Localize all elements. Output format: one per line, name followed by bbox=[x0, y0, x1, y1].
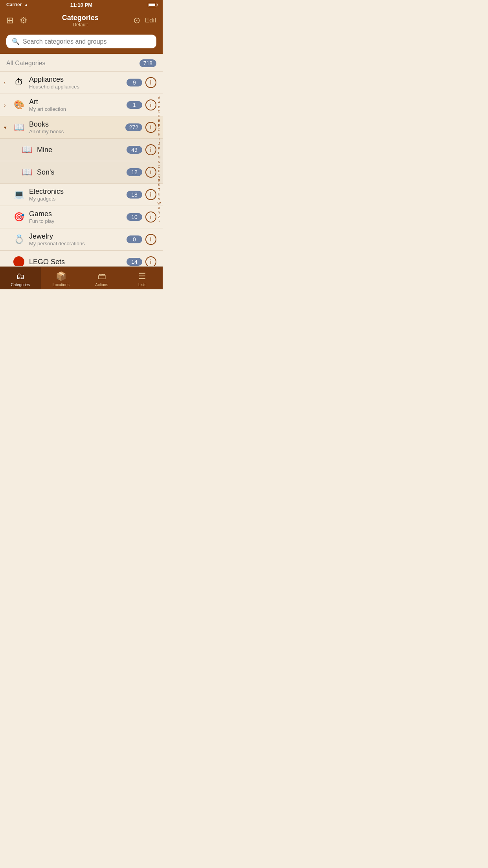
alpha-char-K[interactable]: K bbox=[158, 146, 160, 151]
category-row-jewelry[interactable]: 💍 Jewelry My personal decorations 0 i bbox=[0, 228, 163, 250]
category-icon-books: 📖 bbox=[12, 120, 26, 134]
category-desc-appliances: Household appliances bbox=[29, 84, 123, 90]
tab-bar: 🗂 Categories 📦 Locations 🗃 Actions ☰ Lis… bbox=[0, 267, 163, 289]
alpha-char-N[interactable]: N bbox=[158, 160, 161, 165]
subcategory-icon-sons: 📖 bbox=[20, 165, 34, 179]
search-input[interactable] bbox=[23, 38, 151, 45]
alpha-char-L[interactable]: L bbox=[158, 151, 160, 156]
alpha-char-R[interactable]: R bbox=[158, 178, 161, 183]
alpha-char-T[interactable]: T bbox=[158, 188, 160, 192]
info-button-electronics[interactable]: i bbox=[145, 189, 156, 200]
info-button-sub-sons[interactable]: i bbox=[145, 167, 156, 178]
alpha-char-Y[interactable]: Y bbox=[158, 211, 160, 215]
info-button-games[interactable]: i bbox=[145, 211, 156, 223]
alpha-char-E[interactable]: E bbox=[158, 119, 160, 123]
category-row-electronics[interactable]: 💻 Electronics My gadgets 18 i bbox=[0, 183, 163, 206]
info-button-appliances[interactable]: i bbox=[145, 77, 156, 88]
category-right-games: 10 i bbox=[127, 211, 156, 223]
status-time: 11:10 PM bbox=[70, 2, 92, 8]
alpha-char-I[interactable]: I bbox=[159, 137, 160, 142]
alpha-char-O[interactable]: O bbox=[158, 165, 160, 169]
alpha-char-B[interactable]: B bbox=[158, 105, 160, 110]
subcategory-right-sons: 12 i bbox=[127, 167, 156, 178]
category-row-games[interactable]: 🎯 Games Fun to play 10 i bbox=[0, 206, 163, 228]
carrier-label: Carrier bbox=[6, 2, 22, 7]
more-options-icon[interactable]: ⊙ bbox=[133, 15, 140, 26]
sidebar-toggle-icon[interactable]: ⊞ bbox=[6, 15, 13, 26]
alpha-char-P[interactable]: P bbox=[158, 169, 160, 174]
alpha-char-G[interactable]: G bbox=[158, 128, 160, 132]
category-icon-art: 🎨 bbox=[12, 98, 26, 112]
tab-item-actions[interactable]: 🗃 Actions bbox=[81, 267, 122, 289]
subcategory-count-sons: 12 bbox=[127, 168, 142, 176]
info-button-art[interactable]: i bbox=[145, 99, 156, 110]
chevron-right-icon: › bbox=[4, 102, 12, 108]
category-text-games: Games Fun to play bbox=[29, 210, 123, 224]
info-button-jewelry[interactable]: i bbox=[145, 234, 156, 245]
subcategory-name-sons: Son's bbox=[37, 168, 123, 177]
tab-label-lists: Lists bbox=[138, 283, 147, 287]
category-right-lego: 14 i bbox=[127, 256, 156, 266]
alpha-char-H[interactable]: H bbox=[158, 132, 161, 137]
alpha-char-D[interactable]: D bbox=[158, 114, 161, 119]
info-button-books[interactable]: i bbox=[145, 122, 156, 133]
category-desc-games: Fun to play bbox=[29, 218, 123, 224]
alpha-char-Q[interactable]: Q bbox=[158, 174, 160, 178]
subcategory-count-mine: 49 bbox=[127, 146, 142, 154]
subcategory-row-mine[interactable]: 📖 Mine 49 i bbox=[0, 138, 163, 161]
alphabet-index[interactable]: #ABCDEFGHIJKLMNOPQRSTUVWXYZ* bbox=[156, 54, 163, 266]
category-text-jewelry: Jewelry My personal decorations bbox=[29, 232, 123, 246]
page-title: Categories bbox=[62, 14, 99, 22]
category-row-appliances[interactable]: › ⏱ Appliances Household appliances 9 i bbox=[0, 71, 163, 94]
alpha-char-S[interactable]: S bbox=[158, 183, 160, 188]
tab-item-categories[interactable]: 🗂 Categories bbox=[0, 267, 41, 289]
category-count-lego: 14 bbox=[127, 258, 142, 266]
alpha-char-U[interactable]: U bbox=[158, 192, 161, 197]
edit-button[interactable]: Edit bbox=[145, 17, 156, 24]
category-row-art[interactable]: › 🎨 Art My art collection 1 i bbox=[0, 94, 163, 116]
category-row-lego[interactable]: LEGO Sets 14 i bbox=[0, 250, 163, 266]
alpha-char-*[interactable]: * bbox=[158, 220, 160, 224]
category-row-books[interactable]: ▾ 📖 Books All of my books 272 i bbox=[0, 116, 163, 138]
alpha-char-#[interactable]: # bbox=[158, 96, 160, 100]
tab-label-actions: Actions bbox=[95, 283, 108, 287]
category-right-books: 272 i bbox=[125, 122, 156, 133]
chevron-right-icon: › bbox=[4, 80, 12, 86]
settings-gear-icon[interactable]: ⚙ bbox=[20, 15, 28, 26]
category-text-electronics: Electronics My gadgets bbox=[29, 188, 123, 202]
category-icon-games: 🎯 bbox=[12, 210, 26, 224]
alpha-char-V[interactable]: V bbox=[158, 197, 160, 202]
all-categories-row: All Categories 718 bbox=[0, 54, 163, 71]
status-left: Carrier ▲ bbox=[6, 2, 28, 7]
all-categories-count: 718 bbox=[139, 59, 156, 67]
category-desc-electronics: My gadgets bbox=[29, 196, 123, 202]
alpha-char-C[interactable]: C bbox=[158, 109, 161, 114]
category-desc-art: My art collection bbox=[29, 106, 123, 112]
category-right-art: 1 i bbox=[127, 99, 156, 110]
category-text-books: Books All of my books bbox=[29, 120, 122, 134]
search-container: 🔍 bbox=[0, 31, 163, 54]
category-name-jewelry: Jewelry bbox=[29, 232, 123, 241]
subcategory-text-sons: Son's bbox=[37, 168, 123, 177]
tab-item-locations[interactable]: 📦 Locations bbox=[41, 267, 82, 289]
tab-item-lists[interactable]: ☰ Lists bbox=[122, 267, 163, 289]
info-button-lego[interactable]: i bbox=[145, 256, 156, 266]
alpha-char-W[interactable]: W bbox=[158, 201, 161, 206]
category-count-appliances: 9 bbox=[127, 79, 142, 86]
nav-left-icons: ⊞ ⚙ bbox=[6, 15, 28, 26]
category-name-games: Games bbox=[29, 210, 123, 218]
category-list: › ⏱ Appliances Household appliances 9 i … bbox=[0, 71, 163, 266]
alpha-char-A[interactable]: A bbox=[158, 100, 160, 105]
info-button-sub-mine[interactable]: i bbox=[145, 144, 156, 155]
alpha-char-X[interactable]: X bbox=[158, 206, 160, 211]
alpha-char-M[interactable]: M bbox=[158, 155, 161, 160]
alpha-char-Z[interactable]: Z bbox=[158, 215, 160, 220]
category-text-art: Art My art collection bbox=[29, 98, 123, 112]
status-bar: Carrier ▲ 11:10 PM bbox=[0, 0, 163, 9]
alpha-char-F[interactable]: F bbox=[158, 123, 160, 128]
wifi-icon: ▲ bbox=[24, 2, 28, 7]
alpha-char-J[interactable]: J bbox=[158, 142, 160, 146]
subcategory-row-sons[interactable]: 📖 Son's 12 i bbox=[0, 161, 163, 183]
battery-icon bbox=[148, 3, 156, 7]
all-categories-label: All Categories bbox=[6, 60, 46, 67]
